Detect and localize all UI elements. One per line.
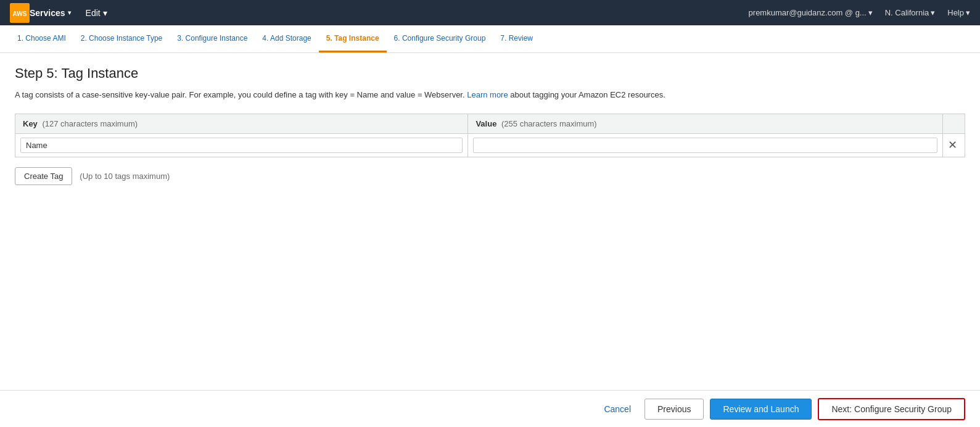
- actions-column-header: [943, 114, 965, 133]
- services-menu[interactable]: Services ▾: [30, 8, 71, 18]
- navbar: AWS Services ▾ Edit ▾ premkumar@guidanz.…: [0, 0, 980, 25]
- services-label: Services: [30, 8, 65, 18]
- table-row: ✕: [15, 133, 965, 157]
- step-review[interactable]: 7. Review: [493, 25, 540, 52]
- tags-table: Key (127 characters maximum) Value (255 …: [15, 114, 965, 157]
- learn-more-link[interactable]: Learn more: [467, 90, 508, 99]
- step-tag-instance[interactable]: 5. Tag Instance: [319, 25, 387, 52]
- key-column-header: Key (127 characters maximum): [15, 114, 468, 133]
- value-input[interactable]: [473, 138, 937, 153]
- page-description: A tag consists of a case-sensitive key-v…: [15, 89, 965, 101]
- region-chevron-icon: ▾: [931, 8, 935, 17]
- step-choose-instance-type[interactable]: 2. Choose Instance Type: [73, 25, 170, 52]
- value-column-header: Value (255 characters maximum): [468, 114, 943, 133]
- tag-limit-note: (Up to 10 tags maximum): [80, 172, 170, 181]
- help-menu[interactable]: Help ▾: [947, 8, 970, 17]
- key-input[interactable]: [20, 138, 463, 153]
- help-chevron-icon: ▾: [966, 8, 970, 17]
- step-configure-security-group[interactable]: 6. Configure Security Group: [387, 25, 493, 52]
- aws-logo-icon: AWS: [12, 6, 27, 20]
- review-and-launch-button[interactable]: Review and Launch: [710, 399, 812, 420]
- services-chevron-icon: ▾: [68, 9, 71, 16]
- edit-chevron-icon: ▾: [103, 8, 107, 18]
- user-menu[interactable]: premkumar@guidanz.com @ g... ▾: [749, 8, 873, 17]
- step-choose-ami[interactable]: 1. Choose AMI: [10, 25, 73, 52]
- description-before: A tag consists of a case-sensitive key-v…: [15, 90, 467, 99]
- create-tag-button[interactable]: Create Tag: [15, 167, 72, 185]
- step-configure-instance[interactable]: 3. Configure Instance: [170, 25, 255, 52]
- key-cell: [15, 133, 468, 157]
- key-header-label: Key: [23, 119, 38, 128]
- aws-logo: AWS: [10, 3, 30, 23]
- footer: Cancel Previous Review and Launch Next: …: [0, 390, 980, 427]
- main-content: Step 5: Tag Instance A tag consists of a…: [0, 53, 980, 390]
- step-add-storage[interactable]: 4. Add Storage: [255, 25, 318, 52]
- navbar-right: premkumar@guidanz.com @ g... ▾ N. Califo…: [749, 8, 970, 17]
- wizard-steps: 1. Choose AMI 2. Choose Instance Type 3.…: [0, 25, 980, 53]
- edit-menu[interactable]: Edit ▾: [86, 8, 107, 18]
- remove-cell: ✕: [943, 133, 965, 157]
- page-title: Step 5: Tag Instance: [15, 65, 965, 81]
- edit-label: Edit: [86, 8, 101, 18]
- user-chevron-icon: ▾: [868, 8, 873, 17]
- remove-tag-button[interactable]: ✕: [948, 139, 957, 151]
- value-header-label: Value: [476, 119, 496, 128]
- tags-table-header: Key (127 characters maximum) Value (255 …: [15, 114, 965, 133]
- key-header-hint: (127 characters maximum): [42, 119, 138, 128]
- help-label: Help: [947, 8, 964, 17]
- cancel-button[interactable]: Cancel: [596, 400, 638, 418]
- create-tag-row: Create Tag (Up to 10 tags maximum): [15, 167, 965, 185]
- previous-button[interactable]: Previous: [644, 399, 704, 420]
- region-menu[interactable]: N. California ▾: [885, 8, 936, 17]
- region-label: N. California: [885, 8, 929, 17]
- user-label: premkumar@guidanz.com @ g...: [749, 8, 867, 17]
- next-configure-security-group-button[interactable]: Next: Configure Security Group: [818, 398, 965, 420]
- value-cell: [468, 133, 943, 157]
- value-header-hint: (255 characters maximum): [501, 119, 597, 128]
- svg-text:AWS: AWS: [13, 10, 27, 17]
- description-after: about tagging your Amazon EC2 resources.: [508, 90, 665, 99]
